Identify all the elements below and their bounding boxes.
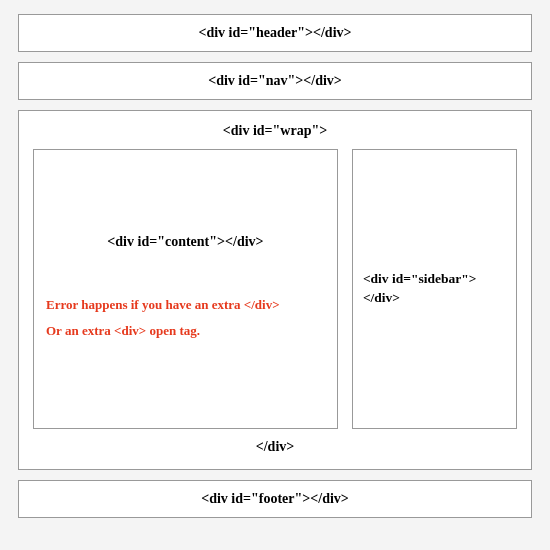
footer-label: <div id="footer"></div>	[201, 491, 349, 506]
footer-region: <div id="footer"></div>	[18, 480, 532, 518]
header-label: <div id="header"></div>	[198, 25, 351, 40]
wrap-open-label: <div id="wrap">	[33, 121, 517, 149]
nav-region: <div id="nav"></div>	[18, 62, 532, 100]
wrap-columns: <div id="content"></div> Error happens i…	[33, 149, 517, 429]
content-label: <div id="content"></div>	[46, 234, 325, 250]
sidebar-label: <div id="sidebar"> </div>	[363, 270, 476, 308]
nav-label: <div id="nav"></div>	[208, 73, 342, 88]
sidebar-label-line1: <div id="sidebar">	[363, 271, 476, 286]
sidebar-label-line2: </div>	[363, 290, 400, 305]
wrap-region: <div id="wrap"> <div id="content"></div>…	[18, 110, 532, 470]
error-text-line2: Or an extra <div> open tag.	[46, 322, 325, 340]
sidebar-region: <div id="sidebar"> </div>	[352, 149, 517, 429]
error-text-line1: Error happens if you have an extra </div…	[46, 296, 325, 314]
header-region: <div id="header"></div>	[18, 14, 532, 52]
content-region: <div id="content"></div> Error happens i…	[33, 149, 338, 429]
wrap-close-label: </div>	[33, 429, 517, 457]
